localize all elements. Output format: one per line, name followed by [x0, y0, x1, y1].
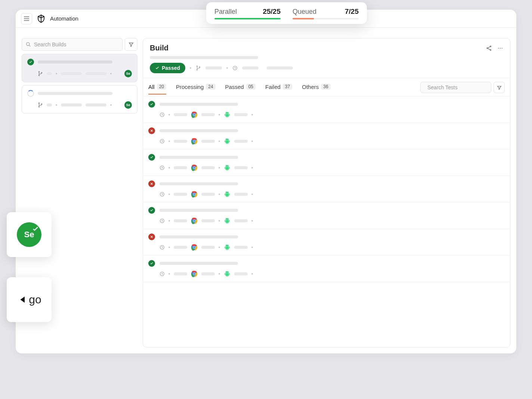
test-row[interactable] — [143, 96, 510, 123]
search-builds-input[interactable] — [34, 41, 118, 47]
tab-failed[interactable]: Failed37 — [265, 84, 292, 95]
status-pill: Passed — [150, 63, 185, 73]
test-row-line1 — [148, 127, 505, 134]
tabs-container: All20Processing24Passed05Failed37Others3… — [148, 84, 331, 95]
svg-point-8 — [490, 46, 491, 47]
selenium-badge: Se — [124, 70, 132, 77]
test-row[interactable] — [143, 256, 510, 282]
test-row[interactable] — [143, 123, 510, 149]
chrome-icon — [191, 217, 198, 224]
dot-separator — [219, 114, 220, 115]
tab-others[interactable]: Others36 — [302, 84, 330, 95]
build-card[interactable]: Se — [22, 54, 137, 82]
test-row[interactable] — [143, 176, 510, 202]
app-logo-icon — [37, 14, 46, 23]
skeleton-line — [160, 182, 238, 185]
build-header: Build Passed — [143, 38, 510, 78]
test-list — [143, 96, 510, 347]
skeleton-line — [38, 61, 112, 64]
chrome-icon — [191, 191, 198, 198]
search-icon — [26, 42, 31, 47]
skeleton-line — [160, 209, 238, 212]
search-builds-box[interactable] — [22, 38, 123, 51]
skeleton-line — [234, 193, 248, 196]
go-text: go — [29, 293, 41, 306]
clock-icon — [160, 271, 165, 276]
tab-passed[interactable]: Passed05 — [225, 84, 256, 95]
svg-point-41 — [194, 247, 195, 248]
skeleton-line — [201, 140, 215, 143]
tab-processing[interactable]: Processing24 — [176, 84, 216, 95]
svg-point-7 — [487, 47, 488, 49]
dot-separator — [219, 140, 220, 142]
tab-count: 20 — [157, 84, 166, 90]
tab-count: 36 — [321, 84, 330, 90]
android-icon — [224, 111, 231, 118]
svg-point-0 — [27, 43, 30, 46]
skeleton-line — [160, 103, 238, 106]
tabs-row: All20Processing24Passed05Failed37Others3… — [143, 78, 510, 96]
dot-separator — [251, 140, 253, 142]
chrome-icon — [191, 111, 198, 118]
dot-separator — [168, 273, 170, 275]
search-tests-input[interactable] — [427, 84, 493, 90]
test-row[interactable] — [143, 149, 510, 176]
filter-tests-button[interactable] — [494, 82, 505, 93]
skeleton-line — [201, 219, 215, 222]
skeleton-line — [160, 262, 238, 265]
hamburger-icon — [24, 16, 29, 21]
build-status-row: Passed — [150, 63, 503, 73]
svg-point-2 — [38, 75, 39, 76]
skeleton-line — [234, 219, 248, 222]
android-icon — [224, 138, 231, 145]
test-row[interactable] — [143, 229, 510, 256]
svg-point-25 — [194, 140, 195, 142]
build-card[interactable]: Se — [22, 85, 137, 114]
skeleton-line — [47, 103, 52, 106]
test-row-line2 — [148, 244, 505, 251]
filter-builds-button[interactable] — [125, 38, 137, 51]
chrome-icon — [191, 164, 198, 171]
share-icon[interactable] — [486, 45, 492, 51]
tab-count: 05 — [246, 84, 256, 90]
test-row-line2 — [148, 217, 505, 224]
svg-point-1 — [38, 71, 39, 72]
test-row-line2 — [148, 138, 505, 145]
skeleton-line — [86, 72, 106, 75]
menu-button[interactable] — [21, 13, 32, 24]
dot-separator — [168, 167, 170, 168]
test-row[interactable] — [143, 202, 510, 229]
parallel-label: Parallel — [214, 8, 237, 16]
status-passed-icon — [27, 59, 34, 65]
skeleton-line — [160, 156, 238, 159]
go-logo-card: go — [7, 277, 52, 322]
svg-point-14 — [197, 69, 197, 70]
search-tests-box[interactable] — [420, 82, 491, 93]
dot-separator — [251, 273, 253, 275]
svg-point-12 — [502, 47, 502, 48]
skeleton-line — [174, 246, 187, 249]
test-row-line2 — [148, 164, 505, 171]
build-card-meta: Se — [27, 70, 132, 77]
dot-separator — [219, 194, 220, 195]
skeleton-line — [174, 113, 187, 116]
dot-separator — [219, 247, 220, 248]
dot-separator — [251, 167, 253, 168]
chrome-icon — [191, 244, 198, 251]
svg-point-3 — [41, 72, 42, 73]
tab-all[interactable]: All20 — [148, 84, 166, 95]
dot-separator — [56, 73, 57, 74]
skeleton-line — [201, 166, 215, 169]
skeleton-line — [205, 66, 222, 69]
dot-separator — [219, 167, 220, 168]
body-area: Se Se — [16, 28, 516, 353]
android-icon — [224, 191, 231, 198]
build-header-top: Build — [150, 44, 503, 52]
android-icon — [224, 217, 231, 224]
status-failed-icon — [148, 180, 155, 187]
build-actions — [486, 45, 503, 51]
svg-point-45 — [194, 273, 195, 275]
status-failed-icon — [148, 127, 155, 134]
more-icon[interactable] — [497, 45, 503, 51]
dot-separator — [251, 114, 253, 115]
